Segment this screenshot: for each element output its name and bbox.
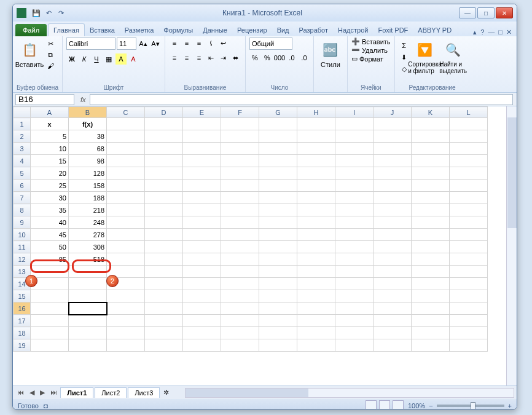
cell[interactable]: f(x) [69, 118, 107, 130]
redo-icon[interactable]: ↷ [56, 8, 66, 18]
cell[interactable] [145, 192, 183, 204]
scroll-thumb[interactable] [507, 117, 517, 228]
cell[interactable] [221, 327, 259, 339]
cell[interactable] [412, 339, 450, 352]
zoom-out-icon[interactable]: − [429, 402, 432, 409]
cell[interactable] [450, 278, 488, 290]
horizontal-scrollbar[interactable] [185, 388, 514, 398]
border-button[interactable]: ▦ [103, 53, 114, 65]
cell[interactable] [335, 155, 374, 167]
cell[interactable]: 85 [31, 253, 69, 266]
formula-input[interactable] [90, 94, 513, 105]
cell[interactable] [259, 241, 297, 253]
styles-button[interactable]: 🔤 Стили [318, 38, 343, 71]
cell[interactable] [450, 155, 488, 167]
cell[interactable] [335, 167, 374, 180]
font-name-input[interactable] [66, 38, 115, 50]
cell[interactable]: 98 [69, 155, 107, 167]
cell[interactable] [107, 143, 145, 155]
col-header-D[interactable]: D [145, 107, 183, 118]
decrease-indent-icon[interactable]: ⇤ [206, 52, 217, 63]
cell[interactable] [412, 253, 450, 266]
row-header[interactable]: 10 [14, 229, 31, 241]
cell[interactable] [297, 339, 335, 352]
cell[interactable] [183, 241, 221, 253]
cell[interactable] [183, 253, 221, 266]
cell[interactable] [221, 130, 259, 143]
col-header-B[interactable]: B [69, 107, 107, 118]
cell[interactable] [221, 216, 259, 229]
file-tab[interactable]: Файл [15, 24, 47, 36]
cell[interactable] [259, 290, 297, 302]
cell[interactable] [107, 302, 145, 315]
tab-addins[interactable]: Надстрой [333, 24, 373, 36]
cell[interactable] [145, 130, 183, 143]
cell[interactable] [259, 229, 297, 241]
cell[interactable] [221, 290, 259, 302]
cell[interactable] [335, 118, 374, 130]
cell[interactable] [412, 266, 450, 278]
cell[interactable] [335, 327, 374, 339]
tab-abbyy[interactable]: ABBYY PD [413, 24, 456, 36]
align-right-icon[interactable]: ≡ [194, 52, 205, 63]
cell[interactable] [221, 143, 259, 155]
cell[interactable] [374, 204, 412, 216]
tab-home[interactable]: Главная [48, 23, 85, 36]
cell[interactable] [335, 278, 374, 290]
cell[interactable] [450, 167, 488, 180]
cell[interactable] [374, 216, 412, 229]
cell[interactable] [374, 155, 412, 167]
cell[interactable] [69, 315, 107, 327]
row-header[interactable]: 17 [14, 315, 31, 327]
align-middle-icon[interactable]: ≡ [181, 38, 192, 49]
cell[interactable] [183, 143, 221, 155]
col-header-F[interactable]: F [221, 107, 259, 118]
cell[interactable] [145, 302, 183, 315]
cell[interactable]: 45 [31, 229, 69, 241]
cell[interactable] [145, 241, 183, 253]
select-all-corner[interactable] [14, 107, 31, 118]
cell[interactable] [374, 339, 412, 352]
doc-restore-icon[interactable]: □ [498, 28, 503, 36]
cell[interactable] [335, 192, 374, 204]
cell[interactable] [297, 278, 335, 290]
tab-insert[interactable]: Вставка [85, 24, 120, 36]
cell[interactable] [374, 266, 412, 278]
cell[interactable] [412, 180, 450, 192]
row-header[interactable]: 7 [14, 192, 31, 204]
cell[interactable] [145, 278, 183, 290]
cell[interactable] [107, 327, 145, 339]
zoom-level[interactable]: 100% [408, 402, 425, 409]
col-header-C[interactable]: C [107, 107, 145, 118]
minimize-ribbon-icon[interactable]: ▴ [473, 28, 477, 36]
row-header[interactable]: 4 [14, 155, 31, 167]
cell[interactable] [31, 315, 69, 327]
cell[interactable] [259, 118, 297, 130]
cell[interactable] [374, 290, 412, 302]
row-header[interactable]: 15 [14, 290, 31, 302]
cell[interactable]: 38 [69, 130, 107, 143]
col-header-E[interactable]: E [183, 107, 221, 118]
cell[interactable] [31, 327, 69, 339]
currency-icon[interactable]: % [249, 52, 260, 63]
row-header[interactable]: 13 [14, 266, 31, 278]
cell[interactable]: 15 [31, 155, 69, 167]
cell[interactable] [450, 180, 488, 192]
cell[interactable] [259, 278, 297, 290]
sheet-prev-icon[interactable]: ◀ [28, 389, 36, 396]
new-sheet-icon[interactable]: ✲ [160, 389, 173, 397]
cell[interactable] [259, 253, 297, 266]
cell[interactable] [335, 302, 374, 315]
align-bottom-icon[interactable]: ≡ [194, 38, 205, 49]
close-button[interactable]: ✕ [496, 7, 513, 18]
cell[interactable] [374, 143, 412, 155]
cell[interactable] [374, 278, 412, 290]
cell[interactable] [450, 130, 488, 143]
row-header[interactable]: 14 [14, 278, 31, 290]
cell[interactable]: 68 [69, 143, 107, 155]
increase-indent-icon[interactable]: ⇥ [218, 52, 229, 63]
dec-decimal-icon[interactable]: .0 [299, 52, 310, 63]
sheet-first-icon[interactable]: ⏮ [15, 389, 26, 396]
col-header-I[interactable]: I [335, 107, 374, 118]
cell[interactable] [259, 302, 297, 315]
